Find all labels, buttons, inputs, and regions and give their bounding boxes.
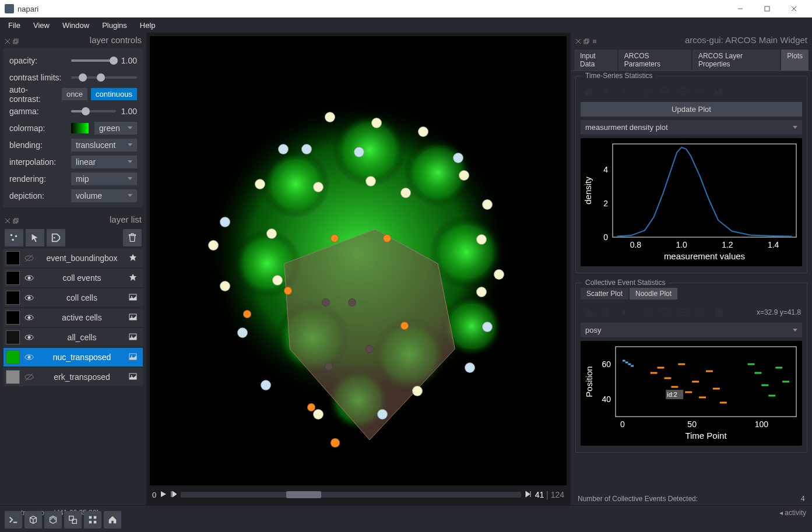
cell-marker bbox=[266, 228, 277, 239]
back-icon[interactable] bbox=[599, 84, 613, 98]
timeline-slider[interactable] bbox=[181, 492, 521, 498]
cell-marker bbox=[465, 362, 475, 373]
console-button[interactable] bbox=[5, 511, 22, 529]
close-button[interactable] bbox=[781, 0, 807, 17]
collapse-icon[interactable] bbox=[592, 37, 597, 43]
transpose-button[interactable] bbox=[64, 511, 82, 529]
visibility-toggle[interactable] bbox=[23, 313, 35, 322]
home-icon[interactable] bbox=[582, 84, 596, 98]
cell-marker bbox=[307, 403, 315, 411]
chevron-down-icon bbox=[128, 194, 132, 197]
collapse-icon[interactable] bbox=[5, 37, 10, 43]
plot-type-select[interactable]: measurment density plot bbox=[581, 120, 802, 135]
visibility-toggle[interactable] bbox=[23, 333, 35, 342]
activity-indicator[interactable]: ◂ activity bbox=[779, 509, 806, 517]
popout-icon[interactable] bbox=[13, 37, 19, 43]
minimize-button[interactable] bbox=[727, 0, 754, 17]
contrast-label: contrast limits: bbox=[9, 73, 68, 82]
depiction-select[interactable]: volume bbox=[71, 189, 137, 202]
autocontrast-once-button[interactable]: once bbox=[62, 88, 87, 100]
noodle-axis-select[interactable]: posy bbox=[581, 323, 802, 337]
popout-icon[interactable] bbox=[583, 37, 589, 43]
ndisplay-button[interactable] bbox=[24, 511, 42, 529]
visibility-toggle[interactable] bbox=[23, 293, 35, 302]
edit-icon[interactable] bbox=[694, 305, 708, 319]
blending-select[interactable]: translucent bbox=[71, 139, 137, 152]
visibility-toggle[interactable] bbox=[23, 353, 35, 362]
layer-item[interactable]: active cells bbox=[3, 308, 143, 327]
pan-icon[interactable] bbox=[641, 305, 655, 319]
menu-window[interactable]: Window bbox=[57, 19, 95, 31]
maximize-button[interactable] bbox=[754, 0, 781, 17]
edit-icon[interactable] bbox=[694, 84, 708, 98]
visibility-toggle[interactable] bbox=[23, 372, 35, 382]
configure-icon[interactable] bbox=[676, 84, 690, 98]
delete-layer-button[interactable] bbox=[123, 229, 142, 246]
forward-icon[interactable] bbox=[617, 305, 631, 319]
timeline-end-button[interactable] bbox=[525, 491, 532, 499]
autocontrast-continuous-button[interactable]: continuous bbox=[91, 88, 137, 100]
layer-controls-title: layer controls bbox=[21, 35, 142, 45]
layer-item[interactable]: coll events bbox=[3, 269, 143, 287]
svg-point-25 bbox=[28, 316, 31, 319]
timeline-step-button[interactable] bbox=[170, 491, 177, 499]
contrast-slider[interactable] bbox=[71, 76, 137, 79]
close-icon[interactable] bbox=[575, 37, 581, 43]
rendering-select[interactable]: mip bbox=[71, 172, 137, 185]
save-icon[interactable] bbox=[711, 305, 725, 319]
home-button[interactable] bbox=[104, 511, 121, 529]
grid-button[interactable] bbox=[84, 511, 101, 529]
timeseries-group: Time-Series Statistics Update Plot measu… bbox=[575, 76, 807, 273]
back-icon[interactable] bbox=[599, 305, 613, 319]
roll-button[interactable] bbox=[44, 511, 62, 529]
image-icon bbox=[129, 353, 140, 362]
autocontrast-label: auto-contrast: bbox=[9, 85, 58, 104]
layer-item[interactable]: coll cells bbox=[3, 288, 143, 307]
layer-item[interactable]: erk_transposed bbox=[3, 368, 143, 386]
menu-help[interactable]: Help bbox=[134, 19, 161, 31]
layer-item[interactable]: all_cells bbox=[3, 328, 143, 347]
home-icon[interactable] bbox=[582, 305, 596, 319]
subtab-scatter[interactable]: Scatter Plot bbox=[581, 288, 628, 300]
visibility-toggle[interactable] bbox=[23, 253, 35, 263]
pan-icon[interactable] bbox=[641, 84, 655, 98]
menu-file[interactable]: File bbox=[2, 19, 26, 31]
cell-marker bbox=[325, 112, 335, 122]
visibility-toggle[interactable] bbox=[23, 273, 35, 283]
svg-point-12 bbox=[10, 234, 13, 237]
timeline-play-button[interactable] bbox=[160, 491, 167, 499]
configure-icon[interactable] bbox=[676, 305, 690, 319]
forward-icon[interactable] bbox=[617, 84, 631, 98]
colormap-select[interactable]: green bbox=[94, 122, 137, 135]
tab-layer-properties[interactable]: ARCOS Layer Properties bbox=[693, 50, 780, 71]
opacity-slider[interactable] bbox=[71, 59, 116, 62]
layer-item[interactable]: event_boundingbox bbox=[3, 249, 143, 267]
menu-plugins[interactable]: Plugins bbox=[96, 19, 133, 31]
menu-view[interactable]: View bbox=[27, 19, 55, 31]
layer-name-label: all_cells bbox=[38, 333, 125, 342]
update-plot-button[interactable]: Update Plot bbox=[581, 102, 802, 117]
collapse-icon[interactable] bbox=[5, 217, 10, 223]
layer-item[interactable]: nuc_transposed bbox=[3, 348, 143, 367]
points-tool[interactable] bbox=[5, 229, 23, 246]
save-icon[interactable] bbox=[711, 84, 725, 98]
image-icon bbox=[129, 333, 140, 343]
label-tool[interactable] bbox=[47, 229, 65, 246]
interpolation-select[interactable]: linear bbox=[71, 156, 137, 168]
select-tool[interactable] bbox=[26, 229, 44, 246]
canvas-viewport[interactable] bbox=[150, 36, 567, 485]
timeseries-title: Time-Series Statistics bbox=[582, 72, 656, 80]
subtab-noodle[interactable]: Noodle Plot bbox=[630, 288, 677, 300]
cell-marker bbox=[476, 234, 487, 245]
zoom-icon[interactable] bbox=[659, 305, 673, 319]
cell-marker bbox=[482, 199, 493, 210]
plot-toolbar-2: x=32.9 y=41.8 bbox=[581, 302, 802, 323]
ce-title: Collective Event Statistics bbox=[582, 279, 669, 287]
zoom-icon[interactable] bbox=[659, 84, 673, 98]
tab-arcos-parameters[interactable]: ARCOS Parameters bbox=[618, 50, 691, 71]
popout-icon[interactable] bbox=[13, 217, 19, 223]
gamma-slider[interactable] bbox=[71, 110, 116, 112]
tab-plots[interactable]: Plots bbox=[781, 50, 809, 71]
timeline-total: 124 bbox=[551, 490, 564, 499]
tab-input-data[interactable]: Input Data bbox=[574, 50, 617, 71]
